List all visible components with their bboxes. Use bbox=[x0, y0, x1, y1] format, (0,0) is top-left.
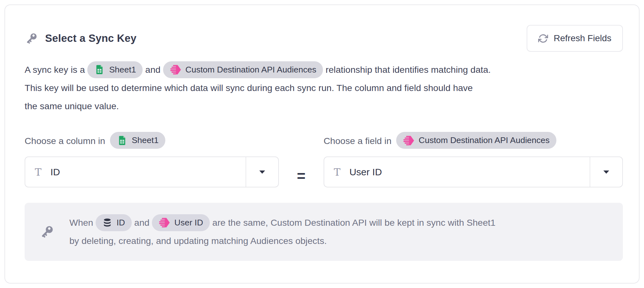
field-select-label: Choose a field in Custom Des bbox=[324, 133, 623, 149]
summary-text-segment: and bbox=[134, 217, 150, 228]
header-title-group: Select a Sync Key bbox=[25, 32, 137, 45]
description-text: A sync key is a bbox=[25, 64, 85, 75]
sync-key-card: Select a Sync Key Refresh Fields A sync … bbox=[4, 4, 640, 284]
key-icon bbox=[39, 224, 55, 239]
sync-key-selectors: Choose a column in bbox=[25, 133, 623, 187]
description-line-1: A sync key is a Sheet1 bbox=[25, 61, 623, 79]
column-id-badge-label: ID bbox=[116, 214, 125, 232]
destination-arrow-icon bbox=[159, 217, 170, 228]
text-type-icon: T bbox=[334, 166, 341, 178]
summary-text-segment: are the same, Custom Destination API wil… bbox=[212, 217, 496, 228]
field-user-id-badge-label: User ID bbox=[174, 214, 203, 232]
column-select-group: Choose a column in bbox=[25, 133, 279, 187]
field-select-label-text: Choose a field in bbox=[324, 136, 391, 146]
destination-badge: Custom Destination API Audiences bbox=[396, 132, 556, 149]
database-icon bbox=[102, 218, 112, 228]
refresh-icon bbox=[538, 34, 548, 43]
field-select-caret-button[interactable] bbox=[590, 157, 622, 187]
refresh-fields-label: Refresh Fields bbox=[554, 33, 611, 43]
column-id-badge: ID bbox=[96, 214, 132, 231]
field-select[interactable]: T User ID bbox=[324, 156, 623, 187]
source-badge-label: Sheet1 bbox=[132, 135, 159, 145]
column-select-value-area[interactable]: T ID bbox=[25, 157, 246, 187]
sync-key-description: A sync key is a Sheet1 bbox=[25, 61, 623, 115]
text-type-icon: T bbox=[35, 166, 42, 178]
caret-down-icon bbox=[258, 170, 266, 175]
source-badge: Sheet1 bbox=[87, 61, 143, 78]
sheets-icon bbox=[117, 135, 128, 146]
field-select-group: Choose a field in Custom Des bbox=[324, 133, 623, 187]
caret-down-icon bbox=[602, 170, 610, 175]
sync-key-summary: When ID and bbox=[25, 203, 623, 261]
destination-badge-label: Custom Destination API Audiences bbox=[185, 61, 317, 79]
summary-text: When ID and bbox=[69, 214, 496, 250]
column-select-label: Choose a column in bbox=[25, 133, 279, 149]
source-badge: Sheet1 bbox=[110, 132, 165, 149]
destination-arrow-icon bbox=[170, 64, 181, 75]
summary-text-segment: When bbox=[69, 217, 93, 228]
description-line-3: the same unique value. bbox=[25, 97, 623, 115]
key-icon bbox=[25, 32, 38, 45]
card-header: Select a Sync Key Refresh Fields bbox=[25, 25, 623, 52]
field-select-value: User ID bbox=[349, 167, 382, 178]
column-select-caret-button[interactable] bbox=[246, 157, 278, 187]
column-select-value: ID bbox=[51, 167, 60, 178]
summary-line-1: When ID and bbox=[69, 214, 496, 232]
field-user-id-badge: User ID bbox=[152, 214, 210, 231]
description-text: relationship that identifies matching da… bbox=[326, 64, 491, 75]
destination-arrow-icon bbox=[403, 135, 414, 146]
field-select-value-area[interactable]: T User ID bbox=[324, 157, 590, 187]
column-select[interactable]: T ID bbox=[25, 156, 279, 187]
summary-line-2: by deleting, creating, and updating matc… bbox=[69, 232, 496, 250]
source-badge-label: Sheet1 bbox=[109, 61, 136, 79]
destination-badge: Custom Destination API Audiences bbox=[163, 61, 323, 78]
destination-badge-label: Custom Destination API Audiences bbox=[419, 135, 550, 145]
description-text: and bbox=[145, 64, 161, 75]
refresh-fields-button[interactable]: Refresh Fields bbox=[527, 25, 623, 52]
equals-column: = bbox=[279, 133, 324, 187]
column-select-label-text: Choose a column in bbox=[25, 136, 105, 146]
equals-sign: = bbox=[297, 160, 306, 191]
sheets-icon bbox=[94, 64, 105, 75]
description-line-2: This key will be used to determine which… bbox=[25, 79, 623, 97]
page-title: Select a Sync Key bbox=[45, 32, 137, 44]
